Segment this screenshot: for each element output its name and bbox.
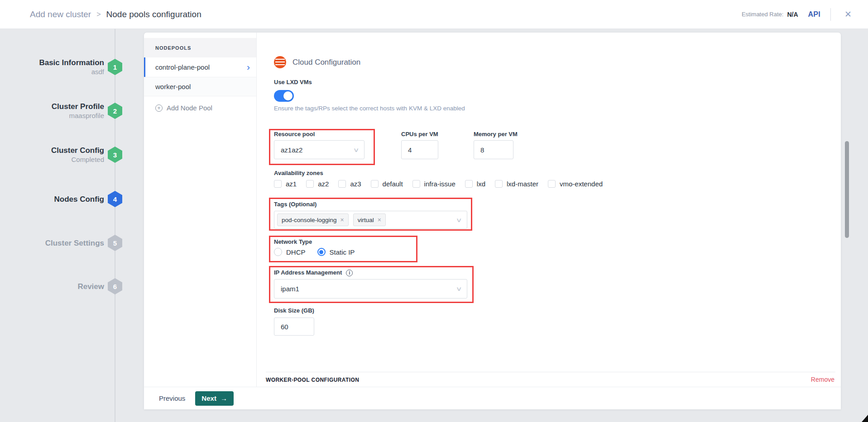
step-title: Basic Information — [39, 58, 104, 67]
worker-pool-section-title: WORKER-POOL CONFIGURATION — [266, 377, 359, 383]
step-number: 4 — [113, 195, 117, 203]
nodepool-label: worker-pool — [155, 83, 191, 90]
radio-dhcp[interactable]: DHCP — [274, 248, 306, 256]
resource-pool-select[interactable]: az1az2 ∨ — [274, 140, 364, 159]
next-button[interactable]: Next → — [195, 391, 234, 406]
memory-value: 8 — [480, 146, 484, 154]
info-icon[interactable]: i — [346, 270, 353, 276]
wizard-body: Basic Information asdf 1 Cluster Profile… — [0, 29, 868, 422]
checkbox-vmo-extended[interactable]: vmo-extended — [548, 180, 603, 188]
nodepool-item-control-plane-pool[interactable]: control-plane-pool › — [144, 57, 256, 77]
nodepools-sidebar: NODEPOOLS control-plane-pool › worker-po… — [144, 33, 257, 387]
chevron-down-icon: ∨ — [456, 285, 462, 292]
step-title: Cluster Profile — [52, 102, 104, 111]
close-icon[interactable]: ✕ — [841, 7, 855, 21]
estimated-rate-label: Estimated Rate: — [742, 11, 784, 18]
network-type-radio-group: DHCP Static IP — [274, 248, 355, 256]
stepper-connector-line — [115, 29, 115, 422]
stepper-step-cluster-config[interactable]: Cluster Config Completed 3 — [0, 144, 131, 166]
nodepool-label: control-plane-pool — [155, 63, 210, 71]
disk-size-value: 60 — [281, 323, 288, 331]
checkbox-icon — [306, 180, 314, 188]
resource-pool-value: az1az2 — [281, 146, 302, 154]
tag-chip-pod-console-logging: pod-console-logging × — [277, 213, 349, 226]
toggle-knob — [283, 91, 293, 100]
tag-chip-virtual: virtual × — [353, 213, 386, 226]
step-badge: 1 — [108, 59, 122, 75]
top-bar: Add new cluster > Node pools configurati… — [0, 0, 868, 29]
step-badge: 6 — [108, 278, 122, 294]
breadcrumb-separator: > — [96, 10, 101, 19]
node-pools-panel: NODEPOOLS control-plane-pool › worker-po… — [144, 33, 841, 409]
stepper-step-nodes-config[interactable]: Nodes Config 4 — [0, 188, 131, 210]
radio-dot — [319, 250, 323, 254]
availability-zones-label: Availability zones — [274, 170, 323, 176]
checkbox-label: vmo-extended — [560, 180, 603, 188]
section-header: Cloud Configuration — [274, 56, 360, 68]
checkbox-az3[interactable]: az3 — [338, 180, 361, 188]
step-number: 3 — [113, 151, 117, 159]
checkbox-label: lxd-master — [507, 180, 538, 188]
step-title: Cluster Settings — [45, 238, 104, 248]
radio-selected-icon — [317, 248, 326, 256]
stepper-step-cluster-profile[interactable]: Cluster Profile maasprofile 2 — [0, 100, 131, 122]
radio-icon — [274, 248, 282, 256]
checkbox-label: az2 — [318, 180, 329, 188]
nodepools-header: NODEPOOLS — [144, 38, 256, 57]
step-number: 6 — [113, 283, 117, 290]
use-lxd-vms-toggle[interactable] — [274, 90, 294, 102]
chevron-right-icon: › — [247, 62, 250, 71]
plus-icon: + — [155, 104, 163, 112]
plus-glyph: + — [157, 105, 160, 111]
checkbox-lxd-master[interactable]: lxd-master — [495, 180, 538, 188]
lxd-hint-text: Ensure the tags/RPs select the correct h… — [274, 105, 465, 112]
breadcrumb: Add new cluster > Node pools configurati… — [30, 9, 201, 19]
memory-input[interactable]: 8 — [474, 140, 513, 159]
tag-chip-label: virtual — [358, 217, 374, 223]
ipam-label-text: IP Address Management — [274, 269, 342, 276]
tags-label: Tags (Optional) — [274, 201, 317, 208]
ipam-select[interactable]: ipam1 ∨ — [274, 279, 467, 299]
stepper-step-review[interactable]: Review 6 — [0, 275, 131, 297]
maas-icon-stripes — [275, 59, 285, 66]
cpus-input[interactable]: 4 — [401, 140, 438, 159]
radio-static-ip[interactable]: Static IP — [317, 248, 355, 256]
step-badge: 5 — [108, 235, 122, 251]
next-button-label: Next — [201, 394, 216, 402]
use-lxd-vms-label: Use LXD VMs — [274, 79, 312, 85]
checkbox-label: az3 — [350, 180, 361, 188]
api-link[interactable]: API — [808, 10, 821, 19]
step-title: Review — [77, 282, 104, 291]
tags-chip-list: pod-console-logging × virtual × — [277, 213, 386, 226]
remove-worker-pool-link[interactable]: Remove — [811, 376, 834, 383]
resource-pool-label: Resource pool — [274, 131, 315, 138]
step-badge: 3 — [108, 147, 122, 163]
checkbox-default[interactable]: default — [371, 180, 403, 188]
checkbox-icon — [274, 180, 282, 188]
chip-remove-icon[interactable]: × — [340, 216, 344, 223]
page-title: Node pools configuration — [106, 9, 201, 19]
nodepool-item-worker-pool[interactable]: worker-pool — [144, 77, 256, 96]
radio-label: Static IP — [330, 248, 355, 256]
chevron-down-icon: ∨ — [456, 217, 462, 223]
checkbox-lxd[interactable]: lxd — [465, 180, 485, 188]
vertical-scrollbar-thumb[interactable] — [845, 141, 849, 238]
add-node-pool-button[interactable]: + Add Node Pool — [144, 104, 256, 112]
checkbox-infra-issue[interactable]: infra-issue — [412, 180, 456, 188]
previous-button[interactable]: Previous — [159, 394, 185, 402]
step-title: Nodes Config — [54, 194, 105, 204]
step-number: 2 — [113, 107, 117, 115]
disk-size-input[interactable]: 60 — [274, 318, 314, 336]
checkbox-az1[interactable]: az1 — [274, 180, 297, 188]
chevron-down-icon: ∨ — [353, 147, 360, 153]
checkbox-icon — [338, 180, 346, 188]
chip-remove-icon[interactable]: × — [378, 216, 381, 223]
tags-multiselect[interactable]: pod-console-logging × virtual × ∨ — [274, 211, 467, 229]
ipam-value: ipam1 — [281, 285, 299, 293]
checkbox-az2[interactable]: az2 — [306, 180, 329, 188]
step-number: 1 — [113, 63, 117, 71]
step-title: Cluster Config — [51, 146, 104, 155]
breadcrumb-add-new-cluster[interactable]: Add new cluster — [30, 9, 91, 19]
stepper-step-cluster-settings[interactable]: Cluster Settings 5 — [0, 232, 131, 254]
stepper-step-basic-information[interactable]: Basic Information asdf 1 — [0, 56, 131, 78]
